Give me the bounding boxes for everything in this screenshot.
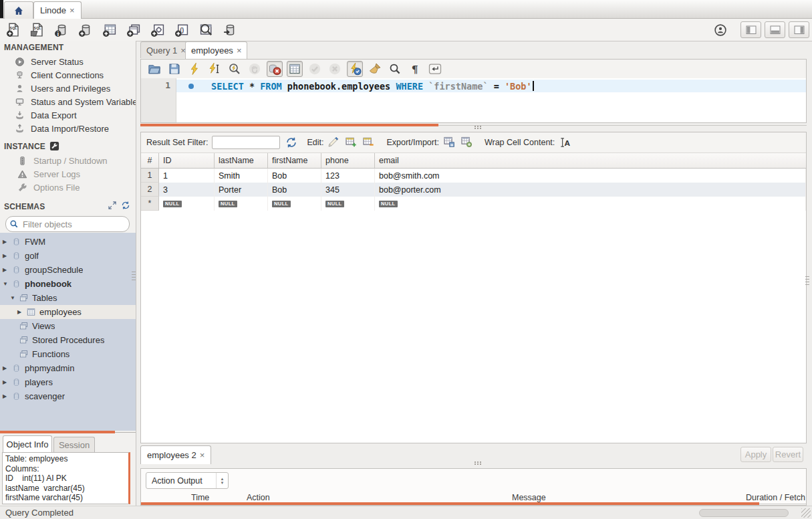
close-icon[interactable]: ×	[200, 450, 205, 460]
grid-cell[interactable]: Porter	[215, 183, 268, 197]
tree-item-stored-procedures[interactable]: Stored Procedures	[0, 333, 136, 347]
output-selector[interactable]: Action Output	[146, 472, 229, 489]
tree-item-golf[interactable]: golf	[0, 249, 136, 263]
query-tab-query1[interactable]: Query 1 ×	[140, 41, 192, 58]
chevron-down-icon[interactable]	[3, 281, 11, 287]
grid-cell[interactable]: Bob	[268, 183, 321, 197]
tree-item-views[interactable]: Views	[0, 319, 136, 333]
chevron-down-icon[interactable]	[10, 295, 19, 301]
horizontal-scrollbar-thumb[interactable]	[699, 509, 789, 517]
sidebar-item-client-connections[interactable]: Client Connections	[0, 68, 136, 82]
find-panel-button[interactable]	[387, 61, 403, 77]
create-table-button[interactable]	[101, 21, 119, 39]
table-row[interactable]: 11SmithBob123bob@smith.com	[141, 169, 806, 183]
tree-item-employees[interactable]: employees	[0, 305, 136, 319]
grid-cell[interactable]: NULL	[268, 197, 321, 211]
chevron-right-icon[interactable]	[3, 379, 11, 385]
column-header-[interactable]: #	[141, 153, 159, 168]
delete-selected-rows-button[interactable]	[362, 136, 374, 150]
tab-object-info[interactable]: Object Info	[3, 435, 52, 452]
close-icon[interactable]: ×	[70, 5, 75, 15]
home-tab[interactable]	[4, 1, 33, 19]
schema-filter-input[interactable]	[21, 219, 126, 230]
workbench-status-button[interactable]	[713, 23, 728, 37]
tree-item-tables[interactable]: Tables	[0, 291, 136, 305]
reconnect-database-button[interactable]	[221, 21, 239, 39]
chevron-right-icon[interactable]	[17, 309, 26, 315]
sql-code-line[interactable]: SELECT * FROM phonebook.employees WHERE …	[176, 80, 806, 92]
limit-rows-button[interactable]	[287, 61, 303, 77]
sidebar-item-data-import-restore[interactable]: Data Import/Restore	[0, 122, 136, 135]
open-sql-script-button[interactable]: SQL	[29, 21, 47, 39]
action-column-time[interactable]: Time	[178, 493, 243, 502]
column-header-firstname[interactable]: firstName	[268, 153, 321, 168]
grid-cell[interactable]: NULL	[375, 197, 806, 211]
tree-item-groupschedule[interactable]: groupSchedule	[0, 263, 136, 277]
table-row[interactable]: 23PorterBob345bob@porter.com	[141, 183, 806, 197]
refresh-schemas-button[interactable]	[121, 201, 130, 212]
execute-statements-button[interactable]	[186, 61, 202, 77]
tree-item-players[interactable]: players	[0, 375, 136, 389]
edit-current-row-button[interactable]	[327, 136, 340, 150]
action-column-action[interactable]: Action	[243, 493, 507, 502]
create-procedure-button[interactable]	[149, 21, 167, 39]
chevron-right-icon[interactable]	[3, 365, 11, 371]
spinner-arrows-icon[interactable]	[216, 473, 228, 488]
sidebar-resize-grip[interactable]	[132, 272, 136, 281]
new-row[interactable]: *NULLNULLNULLNULLNULL	[141, 197, 806, 211]
result-set-filter-input[interactable]	[212, 136, 280, 149]
chevron-right-icon[interactable]	[3, 239, 11, 245]
column-header-lastname[interactable]: lastName	[215, 153, 268, 168]
new-sql-tab-button[interactable]: SQL	[5, 21, 23, 39]
schema-inspector-button[interactable]: i	[53, 21, 71, 39]
tab-session[interactable]: Session	[53, 437, 95, 452]
sidebar-item-status-and-system-variables[interactable]: Status and System Variables	[0, 95, 136, 108]
column-header-id[interactable]: ID	[159, 153, 215, 168]
splitter-grip[interactable]	[475, 461, 476, 463]
tree-item-phonebook[interactable]: phonebook	[0, 277, 136, 291]
toggle-left-panel-button[interactable]	[740, 21, 761, 38]
window-resize-grip[interactable]	[801, 508, 811, 518]
tree-item-functions[interactable]: Functions	[0, 347, 136, 361]
result-tab-employees-2[interactable]: employees 2 ×	[140, 445, 211, 464]
action-column-duration-fetch[interactable]: Duration / Fetch	[742, 493, 806, 502]
column-header-phone[interactable]: phone	[321, 153, 375, 168]
sidebar-item-server-logs[interactable]: Server Logs	[0, 167, 136, 181]
chevron-right-icon[interactable]	[3, 393, 11, 399]
connection-tab-linode[interactable]: Linode ×	[33, 1, 82, 19]
grid-cell[interactable]: Bob	[268, 169, 321, 183]
query-tab-employees[interactable]: employees ×	[185, 41, 247, 59]
grid-cell[interactable]: bob@porter.com	[375, 183, 806, 197]
close-icon[interactable]: ×	[237, 45, 242, 56]
sidebar-splitter[interactable]	[0, 431, 136, 434]
create-schema-button[interactable]	[77, 21, 95, 39]
open-script-button[interactable]	[146, 61, 162, 77]
tree-item-fwm[interactable]: FWM	[0, 235, 136, 249]
import-records-button[interactable]	[460, 136, 472, 150]
toggle-bottom-panel-button[interactable]	[765, 21, 785, 38]
toggle-word-wrap-button[interactable]	[427, 61, 443, 77]
create-view-button[interactable]	[125, 21, 143, 39]
beautify-script-button[interactable]	[367, 61, 383, 77]
toggle-autocommit-button[interactable]	[347, 61, 363, 77]
grid-cell[interactable]: bob@smith.com	[375, 169, 806, 183]
refresh-icon[interactable]	[285, 136, 297, 148]
sidebar-item-startup-shutdown[interactable]: Startup / Shutdown	[0, 154, 136, 167]
grid-cell[interactable]: NULL	[215, 197, 268, 211]
show-invisible-characters-button[interactable]: ¶	[407, 61, 423, 77]
chevron-right-icon[interactable]	[3, 253, 11, 259]
grid-cell[interactable]: 1	[159, 169, 215, 183]
sidebar-item-options-file[interactable]: Options File	[0, 181, 136, 194]
sidebar-item-server-status[interactable]: Server Status	[0, 55, 136, 68]
grid-cell[interactable]: Smith	[215, 169, 268, 183]
create-function-button[interactable]: ()	[173, 21, 191, 39]
toggle-right-panel-button[interactable]	[789, 21, 809, 38]
tree-item-scavenger[interactable]: scavenger	[0, 389, 136, 403]
grid-cell[interactable]: NULL	[321, 197, 375, 211]
grid-cell[interactable]: 345	[321, 183, 375, 197]
add-new-row-button[interactable]	[345, 136, 357, 150]
chevron-right-icon[interactable]	[3, 267, 11, 273]
sidebar-item-users-and-privileges[interactable]: Users and Privileges	[0, 82, 136, 95]
toggle-stop-on-error-button[interactable]	[267, 61, 283, 77]
tree-item-phpmyadmin[interactable]: phpmyadmin	[0, 361, 136, 375]
